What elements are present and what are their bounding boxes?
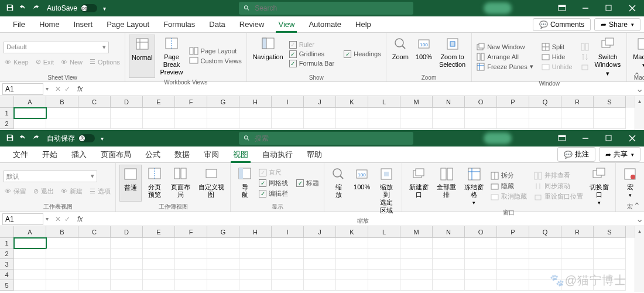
cell[interactable]	[14, 248, 46, 259]
cell[interactable]	[497, 280, 529, 291]
exit-button[interactable]: ⊘ Exit	[35, 57, 55, 66]
col-header[interactable]: P	[497, 96, 529, 108]
reset-window-icon[interactable]	[580, 62, 590, 71]
col-header[interactable]: O	[465, 226, 497, 238]
expand-formula-bar-icon[interactable]: ⌄	[635, 83, 644, 94]
arrange-all-button[interactable]: Arrange All	[475, 52, 534, 62]
reset-window-button[interactable]: 重设窗口位置	[533, 192, 584, 202]
cell[interactable]	[304, 270, 336, 280]
autosave-toggle[interactable]: AutoSave Off	[47, 4, 97, 12]
keep-button[interactable]: 👁 保留	[4, 186, 28, 196]
cell[interactable]	[529, 108, 561, 118]
ribbon-display-icon[interactable]	[550, 130, 574, 146]
cell[interactable]	[272, 108, 304, 118]
cell[interactable]	[336, 270, 368, 280]
cell[interactable]	[594, 238, 626, 248]
col-header[interactable]: Q	[529, 96, 561, 108]
custom-views-button[interactable]: 自定义视图	[196, 165, 227, 202]
options-button[interactable]: ☰ Options	[88, 57, 121, 66]
cell[interactable]	[529, 238, 561, 248]
cell[interactable]	[368, 238, 400, 248]
cell[interactable]	[143, 118, 175, 129]
ruler-checkbox[interactable]: ✓直尺	[258, 168, 289, 178]
col-header[interactable]: S	[594, 226, 626, 238]
cell[interactable]	[465, 118, 497, 129]
tab-data[interactable]: 数据	[167, 146, 197, 163]
col-header[interactable]: L	[368, 226, 400, 238]
cell[interactable]	[239, 259, 272, 270]
cell[interactable]	[14, 259, 46, 270]
sheet-view-dropdown[interactable]: Default▾	[4, 42, 109, 53]
cell[interactable]	[529, 118, 561, 129]
cell[interactable]	[400, 270, 433, 280]
comments-button[interactable]: 💬批注	[557, 147, 595, 162]
col-header[interactable]: S	[594, 96, 626, 108]
cell[interactable]	[111, 248, 143, 259]
col-header[interactable]: K	[336, 226, 368, 238]
cell[interactable]	[272, 238, 304, 248]
cell[interactable]	[529, 259, 561, 270]
undo-icon[interactable]	[19, 4, 27, 13]
confirm-formula-icon[interactable]: ✓	[64, 215, 70, 223]
cell[interactable]	[304, 259, 336, 270]
cell[interactable]	[111, 118, 143, 129]
hide-button[interactable]: 隐藏	[489, 181, 528, 191]
col-header[interactable]: I	[272, 96, 304, 108]
cell[interactable]	[78, 238, 111, 248]
search-box[interactable]	[239, 132, 413, 145]
col-header[interactable]: B	[46, 226, 78, 238]
cell[interactable]	[433, 118, 465, 129]
col-header[interactable]: D	[111, 226, 143, 238]
cell[interactable]	[400, 238, 433, 248]
cell[interactable]	[175, 108, 207, 118]
tab-data[interactable]: Data	[202, 16, 232, 33]
autosave-toggle[interactable]: 自动保存 关	[47, 134, 95, 144]
cell[interactable]	[336, 280, 368, 291]
cell[interactable]	[465, 108, 497, 118]
cell[interactable]	[46, 238, 78, 248]
row-header[interactable]: 2	[0, 248, 14, 259]
tab-home[interactable]: 开始	[35, 146, 64, 163]
tab-view[interactable]: 视图	[226, 146, 255, 163]
cell[interactable]	[78, 270, 111, 280]
cell[interactable]	[497, 248, 529, 259]
cell[interactable]	[465, 259, 497, 270]
cell[interactable]	[207, 270, 239, 280]
col-header[interactable]: J	[304, 226, 336, 238]
tab-automate[interactable]: 自动执行	[255, 146, 300, 163]
cell[interactable]	[46, 118, 78, 129]
page-layout-button[interactable]: Page Layout	[188, 46, 243, 56]
row-header[interactable]: 3	[0, 259, 14, 270]
new-view-button[interactable]: 👁 New	[60, 57, 84, 66]
minimize-button[interactable]	[574, 130, 597, 146]
cell[interactable]	[336, 259, 368, 270]
ruler-checkbox[interactable]: ✓Ruler	[288, 40, 336, 49]
tab-file[interactable]: 文件	[6, 146, 35, 163]
cell[interactable]	[239, 118, 272, 129]
cell[interactable]	[111, 259, 143, 270]
cell[interactable]	[336, 238, 368, 248]
cell[interactable]	[272, 280, 304, 291]
collapse-ribbon-icon[interactable]: ⌃	[633, 201, 640, 210]
cell[interactable]	[304, 118, 336, 129]
redo-icon[interactable]	[32, 4, 40, 13]
cell[interactable]	[111, 270, 143, 280]
normal-view-button[interactable]: 普通	[119, 165, 142, 202]
cell[interactable]	[207, 108, 239, 118]
cell[interactable]	[239, 238, 272, 248]
comments-button[interactable]: 💬Comments	[533, 18, 591, 31]
col-header[interactable]: R	[561, 96, 594, 108]
cell[interactable]	[272, 270, 304, 280]
sheet-view-dropdown[interactable]: 默认▾	[4, 171, 97, 182]
col-header[interactable]: N	[433, 96, 465, 108]
qat-more-icon[interactable]: ▾	[103, 5, 106, 12]
cell[interactable]	[304, 238, 336, 248]
new-window-button[interactable]: 新建窗口	[406, 165, 431, 207]
fx-icon[interactable]: fx	[75, 215, 85, 223]
undo-icon[interactable]	[19, 134, 27, 144]
cell[interactable]	[433, 280, 465, 291]
zoom-button[interactable]: 缩 放	[328, 165, 349, 216]
page-break-preview-button[interactable]: Page Break Preview	[157, 35, 185, 78]
headings-checkbox[interactable]: ✓标题	[295, 178, 320, 188]
collapse-ribbon-icon[interactable]: ⌃	[633, 71, 640, 80]
